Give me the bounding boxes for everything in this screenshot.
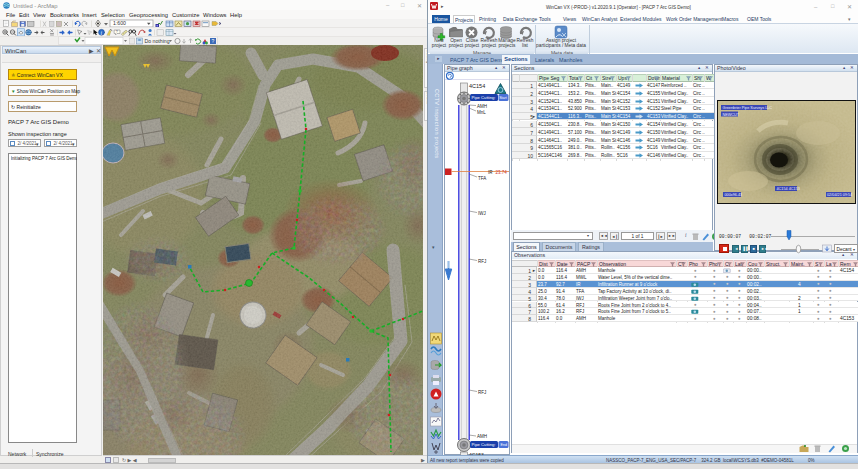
svg-text:Pipe Cutting:: Pipe Cutting:	[472, 95, 496, 100]
svg-text:RFJ: RFJ	[478, 390, 486, 395]
svg-text:Pipe Cutting:: Pipe Cutting:	[472, 442, 496, 447]
svg-text:?: ?	[212, 38, 215, 44]
svg-text:?: ?	[116, 30, 118, 34]
svg-text:23.74: 23.74	[496, 169, 508, 174]
svg-text:TFA: TFA	[478, 176, 486, 181]
svg-text:AMH: AMH	[477, 104, 487, 109]
svg-text:NEWCUT: NEWCUT	[723, 112, 740, 116]
svg-text:MnL: MnL	[477, 109, 486, 114]
svg-text:End: End	[501, 442, 507, 446]
svg-text:000x96.43: 000x96.43	[725, 193, 743, 197]
svg-text:Start: Start	[499, 95, 507, 99]
svg-text:4C154: 4C154	[469, 83, 485, 89]
svg-text:1:600: 1:600	[113, 20, 126, 26]
svg-text:AMH: AMH	[477, 434, 487, 439]
svg-text:4C154 4C153: 4C154 4C153	[777, 187, 800, 191]
svg-text:Do nothing: Do nothing	[145, 38, 170, 44]
svg-text:IWJ: IWJ	[478, 211, 486, 216]
svg-text:Greenbrier Pipe Surveys LLC: Greenbrier Pipe Surveys LLC	[723, 106, 773, 110]
svg-text:RFJ: RFJ	[478, 259, 486, 264]
svg-text:IR: IR	[488, 169, 493, 174]
svg-text:02/04/21 09:54: 02/04/21 09:54	[827, 193, 852, 197]
